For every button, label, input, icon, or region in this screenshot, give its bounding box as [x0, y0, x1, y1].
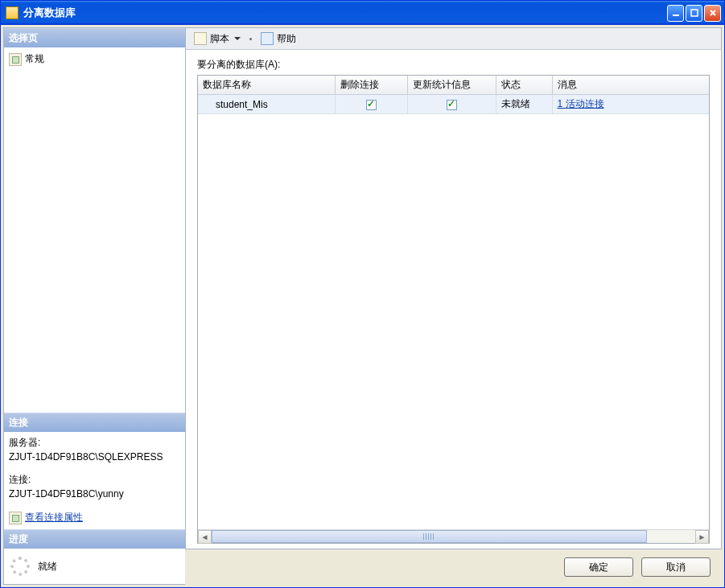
cancel-button[interactable]: 取消 [641, 557, 711, 577]
script-button[interactable]: 脚本 [191, 31, 244, 47]
connection-label: 连接: [9, 472, 180, 487]
titlebar[interactable]: 分离数据库 [1, 1, 724, 25]
connection-section-header: 连接 [4, 413, 185, 432]
help-icon [261, 32, 274, 45]
app-icon [6, 6, 19, 19]
connection-info: 服务器: ZJUT-1D4DF91B8C\SQLEXPRESS 连接: ZJUT… [4, 432, 185, 529]
grid-table: 数据库名称 删除连接 更新统计信息 状态 消息 stud [198, 76, 709, 114]
scroll-right-button[interactable]: ► [695, 530, 709, 544]
minimize-icon [671, 8, 681, 18]
dialog-window: 分离数据库 选择页 常规 连接 [0, 0, 725, 588]
grid-header-row: 数据库名称 删除连接 更新统计信息 状态 消息 [198, 76, 709, 95]
cell-dbname[interactable]: student_Mis [198, 95, 335, 114]
window-title: 分离数据库 [23, 6, 667, 20]
progress-spinner-icon [10, 557, 30, 576]
left-panel: 选择页 常规 连接 服务器: ZJUT-1D4DF91B8C\SQLEXPRES… [3, 27, 185, 585]
page-list: 常规 [4, 47, 185, 413]
close-icon [708, 8, 718, 18]
help-button[interactable]: 帮助 [257, 31, 299, 47]
col-drop[interactable]: 删除连接 [335, 76, 407, 95]
server-label: 服务器: [9, 435, 180, 450]
chevron-down-icon [234, 37, 241, 40]
page-icon [9, 53, 22, 66]
minimize-button[interactable] [667, 5, 684, 22]
cell-status: 未就绪 [496, 95, 552, 114]
script-icon [194, 32, 207, 45]
progress-section-header: 进度 [4, 529, 185, 549]
script-label: 脚本 [210, 32, 229, 46]
properties-icon [9, 512, 22, 524]
horizontal-scrollbar[interactable]: ◄ ► [198, 529, 709, 543]
dialog-body: 选择页 常规 连接 服务器: ZJUT-1D4DF91B8C\SQLEXPRES… [1, 25, 724, 587]
close-button[interactable] [704, 5, 721, 22]
toolbar-separator [249, 38, 252, 40]
view-connection-props-link[interactable]: 查看连接属性 [25, 511, 83, 524]
grid-label: 要分离的数据库(A): [197, 58, 710, 72]
window-controls [667, 5, 721, 22]
drop-checkbox[interactable] [366, 100, 377, 110]
scroll-thumb[interactable] [212, 530, 647, 543]
toolbar: 脚本 帮助 [185, 27, 722, 50]
scroll-track[interactable] [212, 530, 695, 543]
database-grid: 数据库名称 删除连接 更新统计信息 状态 消息 stud [197, 75, 710, 544]
update-checkbox[interactable] [447, 100, 457, 110]
page-section-header: 选择页 [4, 28, 185, 47]
scroll-left-button[interactable]: ◄ [198, 530, 212, 544]
maximize-icon [690, 8, 699, 18]
cell-drop[interactable] [335, 95, 407, 114]
svg-rect-0 [673, 14, 679, 16]
page-item-general[interactable]: 常规 [9, 51, 180, 68]
help-label: 帮助 [277, 32, 296, 46]
maximize-button[interactable] [686, 5, 702, 22]
col-status[interactable]: 状态 [496, 76, 552, 95]
server-value: ZJUT-1D4DF91B8C\SQLEXPRESS [9, 450, 180, 464]
dialog-buttons: 确定 取消 [185, 549, 722, 585]
progress-status: 就绪 [38, 560, 57, 574]
cell-message[interactable]: 1 活动连接 [552, 95, 709, 114]
right-panel: 脚本 帮助 要分离的数据库(A): [185, 27, 722, 585]
message-link[interactable]: 1 活动连接 [558, 98, 604, 109]
page-item-label: 常规 [25, 52, 44, 66]
col-message[interactable]: 消息 [552, 76, 709, 95]
svg-rect-1 [691, 10, 698, 16]
col-name[interactable]: 数据库名称 [198, 76, 335, 95]
table-row[interactable]: student_Mis 未就绪 [198, 95, 709, 114]
connection-value: ZJUT-1D4DF91B8C\yunny [9, 487, 180, 501]
cell-update[interactable] [407, 95, 496, 114]
view-connection-props[interactable]: 查看连接属性 [9, 509, 180, 526]
content-area: 要分离的数据库(A): [185, 50, 722, 549]
progress-body: 就绪 [4, 549, 185, 584]
col-update[interactable]: 更新统计信息 [407, 76, 496, 95]
ok-button[interactable]: 确定 [564, 557, 633, 577]
